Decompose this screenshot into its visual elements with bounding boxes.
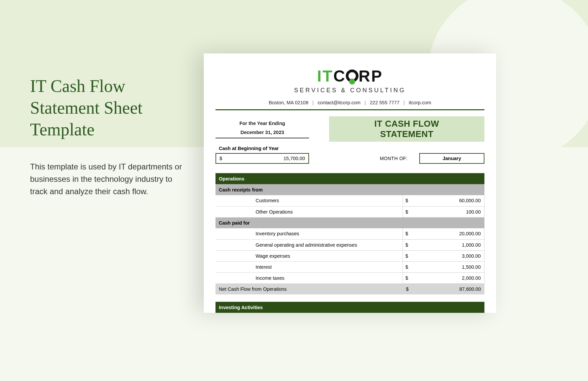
currency-symbol: $ — [403, 195, 416, 206]
line-item-label: Customers — [215, 195, 403, 206]
line-item-label: Inventory purchases — [215, 228, 403, 239]
section-header-operations: Operations — [215, 173, 484, 184]
line-item-amount[interactable]: 3,000.00 — [416, 250, 484, 261]
page-title: IT Cash Flow Statement Sheet Template — [30, 75, 190, 140]
page-description: This template is used by IT departments … — [30, 160, 190, 198]
table-row: Interest $ 1,500.00 — [215, 261, 484, 272]
line-item-amount[interactable]: 60,000.00 — [416, 195, 484, 206]
contact-email: contact@itcorp.com — [318, 100, 360, 105]
line-item-amount[interactable]: 2,000.00 — [416, 272, 484, 283]
table-row: Wage expenses $ 3,000.00 — [215, 250, 484, 261]
year-ending-value: December 31, 2023 — [215, 129, 309, 138]
line-item-label: Income taxes — [215, 272, 403, 283]
line-item-label: Wage expenses — [215, 250, 403, 261]
year-ending-block: For the Year Ending December 31, 2023 — [215, 116, 309, 142]
line-item-amount[interactable]: 1,000.00 — [416, 239, 484, 250]
net-label: Net Cash Flow from Operations — [215, 283, 403, 294]
contact-site: itcorp.com — [409, 100, 431, 105]
year-ending-label: For the Year Ending — [215, 120, 309, 129]
month-of-label: MONTH OF: — [380, 156, 408, 161]
net-row: Net Cash Flow from Operations $ 87,600.0… — [215, 283, 484, 294]
table-row: Income taxes $ 2,000.00 — [215, 272, 484, 283]
subheader-paid: Cash paid for — [215, 217, 484, 228]
beginning-cash-amount: 15,700.00 — [283, 156, 305, 161]
logo-dot-icon — [349, 79, 355, 85]
currency-symbol: $ — [403, 239, 416, 250]
logo-c-text: C — [333, 67, 346, 85]
separator-icon: | — [312, 100, 314, 105]
section-header-investing: Investing Activities — [215, 302, 484, 313]
cashflow-table: Operations Cash receipts from Customers … — [215, 173, 484, 313]
document-preview: ITCRP SERVICES & CONSULTING Boston, MA 0… — [204, 53, 496, 313]
left-panel: IT Cash Flow Statement Sheet Template Th… — [30, 75, 190, 198]
separator-icon: | — [364, 100, 366, 105]
contact-phone: 222 555 7777 — [370, 100, 400, 105]
statement-title: IT CASH FLOW STATEMENT — [329, 116, 484, 142]
currency-symbol: $ — [403, 250, 416, 261]
month-value: January — [443, 156, 461, 161]
logo-wordmark: ITCRP — [215, 67, 484, 85]
separator-icon: | — [404, 100, 405, 105]
currency-symbol: $ — [403, 261, 416, 272]
month-input[interactable]: January — [419, 153, 484, 164]
beginning-cash-label: Cash at Beginning of Year — [215, 146, 309, 153]
logo-letter-o-icon — [346, 70, 358, 82]
contact-line: Boston, MA 02108 | contact@itcorp.com | … — [215, 100, 484, 105]
logo-rp-text: RP — [358, 67, 383, 85]
logo-subtitle: SERVICES & CONSULTING — [215, 87, 484, 94]
beginning-cash-input[interactable]: $ 15,700.00 — [215, 153, 309, 164]
currency-symbol: $ — [219, 156, 222, 161]
logo: ITCRP SERVICES & CONSULTING — [215, 67, 484, 94]
subheader-receipts: Cash receipts from — [215, 184, 484, 195]
currency-symbol: $ — [403, 206, 416, 217]
line-item-label: General operating and administrative exp… — [215, 239, 403, 250]
statement-title-line1: IT CASH FLOW — [329, 119, 484, 129]
divider — [215, 109, 484, 110]
line-item-label: Interest — [215, 261, 403, 272]
currency-symbol: $ — [403, 283, 416, 294]
currency-symbol: $ — [403, 272, 416, 283]
table-row: Other Operations $ 100.00 — [215, 206, 484, 217]
line-item-amount[interactable]: 20,000.00 — [416, 228, 484, 239]
contact-address: Boston, MA 02108 — [269, 100, 309, 105]
line-item-label: Other Operations — [215, 206, 403, 217]
table-row: General operating and administrative exp… — [215, 239, 484, 250]
logo-it-text: IT — [317, 67, 333, 85]
line-item-amount[interactable]: 1,500.00 — [416, 261, 484, 272]
statement-title-line2: STATEMENT — [329, 129, 484, 139]
table-row: Customers $ 60,000.00 — [215, 195, 484, 206]
line-item-amount[interactable]: 100.00 — [416, 206, 484, 217]
net-amount: 87,600.00 — [416, 283, 484, 294]
currency-symbol: $ — [403, 228, 416, 239]
table-row: Inventory purchases $ 20,000.00 — [215, 228, 484, 239]
